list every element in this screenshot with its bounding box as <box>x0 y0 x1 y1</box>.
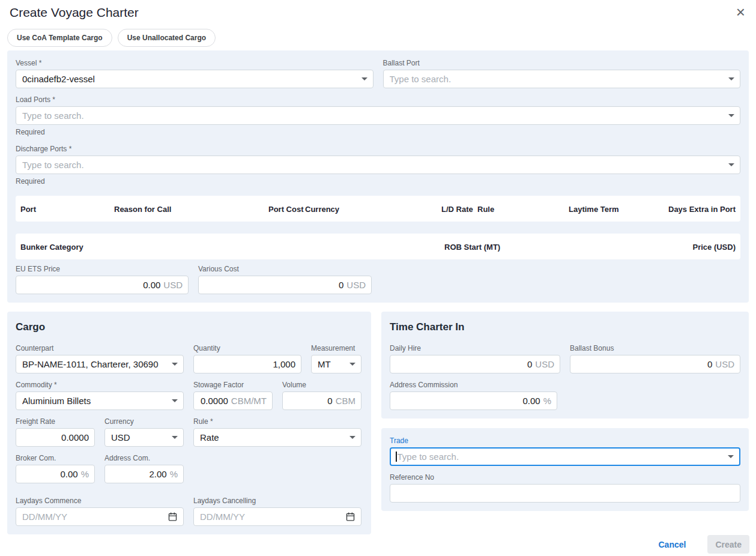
laydays-cancelling-input[interactable] <box>200 512 340 522</box>
chevron-down-icon <box>361 77 367 80</box>
address-commission-input[interactable]: 0.00 % <box>390 391 557 410</box>
load-ports-input[interactable] <box>22 110 724 121</box>
stowage-factor-label: Stowage Factor <box>193 381 273 389</box>
ballast-port-label: Ballast Port <box>383 59 741 67</box>
freight-rate-input[interactable]: 0.0000 <box>16 428 95 447</box>
stowage-factor-unit: CBM/MT <box>231 396 267 406</box>
various-cost-value: 0 <box>339 280 343 290</box>
laydays-commence-input[interactable] <box>22 512 163 522</box>
laydays-commence-label: Laydays Commence <box>16 497 184 505</box>
commodity-select[interactable]: Aluminium Billets <box>16 391 184 410</box>
daily-hire-input[interactable]: 0 USD <box>390 355 560 373</box>
vessel-value: 0cinadefb2-vessel <box>22 74 357 84</box>
currency-select[interactable]: USD <box>104 428 184 447</box>
use-unallocated-cargo-button[interactable]: Use Unallocated Cargo <box>118 29 216 47</box>
bunkers-col-price-usd: Price (USD) <box>692 242 736 251</box>
chevron-down-icon <box>349 363 355 366</box>
freight-rate-value: 0.0000 <box>61 432 89 443</box>
quantity-value: 1,000 <box>273 359 295 369</box>
stowage-factor-input[interactable]: 0.0000 CBM/MT <box>193 391 273 410</box>
chevron-down-icon <box>349 436 355 439</box>
volume-input[interactable]: 0 CBM <box>282 391 361 410</box>
discharge-ports-required-helper: Required <box>16 177 740 186</box>
address-commission-value: 0.00 <box>522 396 540 406</box>
counterpart-select[interactable]: BP-NAME-1011, Charterer, 30690 <box>16 355 184 373</box>
bunkers-table-header: Bunker Category ROB Start (MT) Price (US… <box>16 234 740 259</box>
create-voyage-charter-dialog: Create Voyage Charter × Use CoA Template… <box>0 0 756 556</box>
chevron-down-icon <box>728 77 734 80</box>
address-com-unit: % <box>170 469 178 479</box>
broker-com-label: Broker Com. <box>16 454 95 462</box>
daily-hire-label: Daily Hire <box>390 344 560 352</box>
ports-table-header: Port Reason for Call Port Cost Currency … <box>16 196 740 222</box>
ballast-port-combobox[interactable] <box>383 70 741 88</box>
trade-combobox[interactable] <box>390 447 740 466</box>
ports-col-currency: Currency <box>305 204 339 213</box>
reference-no-field[interactable] <box>390 484 740 503</box>
chevron-down-icon <box>172 436 178 439</box>
laydays-commence-field[interactable] <box>16 507 184 526</box>
dialog-actions: Cancel Create <box>655 535 749 554</box>
voyage-details-panel: Vessel * 0cinadefb2-vessel Ballast Port … <box>7 50 749 303</box>
create-button[interactable]: Create <box>707 535 749 554</box>
measurement-label: Measurement <box>311 344 361 352</box>
vessel-select[interactable]: 0cinadefb2-vessel <box>16 70 373 88</box>
measurement-select[interactable]: MT <box>311 355 361 373</box>
ballast-port-input[interactable] <box>390 74 724 84</box>
cargo-panel: Cargo Counterpart BP-NAME-1011, Chartere… <box>7 312 371 534</box>
address-com-input[interactable]: 2.00 % <box>104 465 184 483</box>
various-cost-unit: USD <box>346 280 366 290</box>
rule-select[interactable]: Rate <box>193 428 361 447</box>
ballast-bonus-input[interactable]: 0 USD <box>570 355 740 373</box>
calendar-icon[interactable] <box>345 512 355 522</box>
ballast-bonus-unit: USD <box>715 359 734 369</box>
ports-col-port: Port <box>20 204 36 213</box>
use-coa-template-cargo-button[interactable]: Use CoA Template Cargo <box>7 29 112 47</box>
volume-label: Volume <box>282 381 361 389</box>
address-commission-unit: % <box>543 396 551 406</box>
bunkers-col-bunker-category: Bunker Category <box>20 242 83 251</box>
ports-col-reason-for-call: Reason for Call <box>114 204 171 213</box>
cancel-button[interactable]: Cancel <box>655 539 689 550</box>
currency-label: Currency <box>104 417 184 426</box>
quantity-input[interactable]: 1,000 <box>193 355 301 373</box>
trade-input[interactable] <box>398 452 724 462</box>
close-icon[interactable]: × <box>734 5 748 19</box>
daily-hire-unit: USD <box>535 359 554 369</box>
calendar-icon[interactable] <box>168 512 178 522</box>
laydays-cancelling-label: Laydays Cancelling <box>193 497 361 505</box>
laydays-cancelling-field[interactable] <box>193 507 361 526</box>
eu-ets-price-input[interactable]: 0.00 USD <box>16 276 189 294</box>
discharge-ports-label: Discharge Ports * <box>16 145 740 153</box>
ports-col-ld-rate: L/D Rate <box>441 204 473 213</box>
ports-col-laytime-term: Laytime Term <box>569 204 619 213</box>
chevron-down-icon <box>172 363 178 366</box>
reference-no-label: Reference No <box>390 473 740 482</box>
page-title: Create Voyage Charter <box>10 5 139 20</box>
commodity-label: Commodity * <box>16 381 184 389</box>
trade-panel: Trade Reference No <box>381 428 749 511</box>
time-charter-in-heading: Time Charter In <box>390 321 740 333</box>
eu-ets-price-unit: USD <box>163 280 183 290</box>
vessel-label: Vessel * <box>16 59 373 67</box>
volume-value: 0 <box>327 396 332 406</box>
chevron-down-icon <box>728 114 734 117</box>
daily-hire-value: 0 <box>527 359 532 369</box>
chevron-down-icon <box>728 163 734 166</box>
counterpart-value: BP-NAME-1011, Charterer, 30690 <box>22 359 167 369</box>
broker-com-input[interactable]: 0.00 % <box>16 465 95 483</box>
text-cursor <box>396 452 397 462</box>
ports-col-days-extra-in-port: Days Extra in Port <box>668 204 736 213</box>
stowage-factor-value: 0.0000 <box>201 396 228 406</box>
reference-no-input[interactable] <box>396 488 734 498</box>
various-cost-input[interactable]: 0 USD <box>198 276 372 294</box>
discharge-ports-combobox[interactable] <box>16 156 740 174</box>
load-ports-combobox[interactable] <box>16 106 740 125</box>
cargo-source-actions: Use CoA Template Cargo Use Unallocated C… <box>7 29 756 47</box>
discharge-ports-input[interactable] <box>22 160 724 170</box>
chevron-down-icon <box>728 455 734 458</box>
rule-label: Rule * <box>193 417 361 426</box>
broker-com-value: 0.00 <box>60 469 77 479</box>
commodity-value: Aluminium Billets <box>22 396 167 406</box>
eu-ets-price-value: 0.00 <box>143 280 160 290</box>
